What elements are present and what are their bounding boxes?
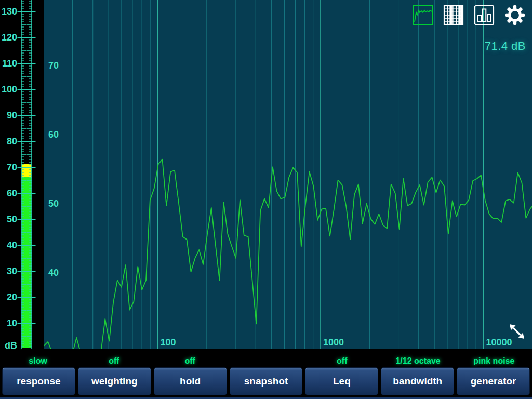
meter-scale-label: 120 xyxy=(2,32,17,43)
view-toolbar xyxy=(413,5,525,25)
spectrum-view-button[interactable] xyxy=(413,5,433,25)
fullscreen-toggle-button[interactable] xyxy=(507,322,527,341)
x-axis-label: 1000 xyxy=(323,337,344,348)
generator-button[interactable]: generator xyxy=(457,367,530,395)
meter-scale-label: 50 xyxy=(7,214,17,224)
meter-unit-label: dB xyxy=(5,340,17,349)
status-leq: off xyxy=(304,349,380,367)
status-weighting: off xyxy=(76,349,152,367)
meter-scale-label: 20 xyxy=(7,292,17,302)
meter-scale-label: 70 xyxy=(7,162,17,172)
control-button-bar: response weighting hold snapshot Leq ban… xyxy=(0,367,532,396)
spl-level-meter: 130120110100908070605040302010dB xyxy=(0,0,44,349)
spectrum-curve-icon xyxy=(413,5,433,25)
meter-scale-label: 130 xyxy=(2,6,17,17)
y-axis-label: 50 xyxy=(48,198,59,209)
status-response: slow xyxy=(0,349,76,367)
meter-labels: 130120110100908070605040302010dB xyxy=(2,6,17,349)
rta-analyzer-screen: 130120110100908070605040302010dB 8070605… xyxy=(0,0,532,399)
x-axis-label: 100 xyxy=(161,337,176,348)
spectrum-plot: 8070605040100100010000 xyxy=(44,0,532,349)
response-button[interactable]: response xyxy=(2,367,75,395)
status-bandwidth: 1/12 octave xyxy=(380,349,456,367)
y-axis-label: 70 xyxy=(48,60,59,71)
status-snapshot xyxy=(228,349,304,367)
spl-readout: 71.4 dB xyxy=(485,39,526,53)
meter-scale-label: 110 xyxy=(2,58,17,69)
table-view-button[interactable] xyxy=(443,5,464,25)
y-axis-label: 60 xyxy=(48,129,59,140)
status-row: slow off off off 1/12 octave pink noise xyxy=(0,349,532,367)
meter-scale-label: 30 xyxy=(7,266,17,276)
bandwidth-button[interactable]: bandwidth xyxy=(381,367,454,395)
y-axis-label: 40 xyxy=(48,268,59,278)
leq-button[interactable]: Leq xyxy=(305,367,378,395)
status-hold: off xyxy=(152,349,228,367)
meter-scale-label: 40 xyxy=(7,240,17,250)
bar-graph-view-button[interactable] xyxy=(474,5,495,25)
expand-arrows-icon xyxy=(507,322,527,341)
snapshot-button[interactable]: snapshot xyxy=(230,367,303,395)
bottom-edge-strip xyxy=(0,397,532,399)
meter-scale-label: 90 xyxy=(7,110,17,121)
table-grid-icon xyxy=(443,5,464,25)
meter-level-bar xyxy=(22,177,32,348)
weighting-button[interactable]: weighting xyxy=(78,367,151,395)
settings-button[interactable] xyxy=(504,5,525,25)
plot-background xyxy=(44,0,532,349)
gear-icon xyxy=(504,5,525,25)
status-generator: pink noise xyxy=(456,349,532,367)
y-axis-label: 80 xyxy=(48,0,59,2)
hold-button[interactable]: hold xyxy=(154,367,227,395)
bar-graph-icon xyxy=(474,5,495,25)
meter-scale-label: 60 xyxy=(7,188,17,198)
meter-scale-label: 100 xyxy=(2,84,17,95)
meter-scale-label: 10 xyxy=(7,318,17,328)
meter-scale-label: 80 xyxy=(7,136,17,147)
